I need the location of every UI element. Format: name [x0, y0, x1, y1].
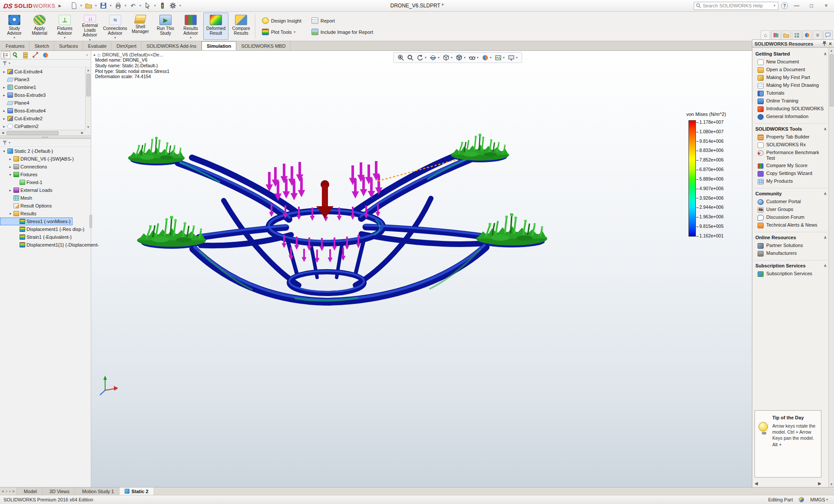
dropdown-icon[interactable]: ▾ [490, 56, 493, 59]
scroll-thumb[interactable] [830, 54, 834, 106]
property-manager-tab[interactable] [11, 51, 20, 59]
command-tab[interactable]: SOLIDWORKS MBD [236, 41, 291, 50]
new-dropdown-icon[interactable]: ▾ [79, 4, 83, 7]
resource-link[interactable]: Copy Settings Wizard [755, 170, 827, 178]
expand-caret-icon[interactable]: ▸ [8, 157, 12, 161]
command-tab[interactable]: Sketch [30, 41, 54, 50]
command-tab[interactable]: SOLIDWORKS Add-Ins [142, 41, 202, 50]
feature-tree-vertical-scrollbar[interactable]: ▲ ▼ [85, 67, 91, 130]
resource-link[interactable]: Compare My Score [755, 162, 827, 170]
tree-item[interactable]: ▸ Combine1 [0, 83, 38, 91]
resource-link[interactable]: General Information [755, 113, 827, 121]
view-orientation-icon[interactable] [441, 53, 450, 62]
help-search-box[interactable]: ▾ [694, 2, 778, 10]
breadcrumb-caret-icon[interactable]: ▸ [94, 53, 96, 57]
filter-funnel-icon[interactable] [2, 61, 7, 66]
forum-icon[interactable] [823, 30, 833, 39]
resource-link[interactable]: Discussion Forum [755, 214, 827, 221]
dropdown-icon[interactable]: ▾ [438, 56, 441, 59]
dropdown-icon[interactable]: ▾ [451, 56, 454, 59]
panel-splitter-handle[interactable] [89, 215, 92, 228]
dropdown-icon[interactable]: ▾ [477, 56, 480, 59]
command-tab[interactable]: Features [1, 41, 30, 50]
graphics-viewport[interactable]: ▸ ⌂ DRONE_V6 (Default)<<De... Model name… [91, 51, 752, 487]
tree-item[interactable]: Displacement1{1} (-Displacement- [0, 241, 101, 249]
collapse-chevron-icon[interactable]: ∧ [824, 191, 827, 196]
resource-link[interactable]: Introducing SOLIDWORKS [755, 105, 827, 113]
design-library-icon[interactable] [771, 30, 781, 39]
resource-link[interactable]: New Document [755, 58, 827, 66]
ribbon-button[interactable]: ≈ Connections Advisor ▾ [103, 13, 128, 40]
expand-caret-icon[interactable]: ▸ [2, 109, 6, 113]
tree-item[interactable]: ▸ CirPattern2 [0, 122, 41, 130]
scroll-thumb[interactable] [86, 74, 90, 96]
section-header[interactable]: Getting Started∧ [755, 49, 827, 58]
expand-caret-icon[interactable]: ▸ [2, 86, 6, 89]
menu-expand-icon[interactable]: ▶ [59, 4, 61, 8]
rebuild-icon[interactable] [158, 1, 167, 10]
resource-link[interactable]: Technical Alerts & News [755, 221, 827, 229]
resource-link[interactable]: Performance Benchmark Test [755, 149, 827, 162]
collapse-chevron-icon[interactable]: ∧ [824, 52, 827, 56]
home-icon[interactable]: ⌂ [97, 52, 100, 58]
tree-item[interactable]: Mesh [0, 194, 34, 202]
collapse-chevron-icon[interactable]: ∧ [824, 127, 827, 131]
scroll-left-icon[interactable]: ◀ [0, 130, 6, 136]
new-document-icon[interactable] [69, 1, 79, 10]
resource-link[interactable]: User Groups [755, 206, 827, 214]
breadcrumb[interactable]: ▸ ⌂ DRONE_V6 (Default)<<De... [94, 52, 163, 58]
expand-caret-icon[interactable]: ▾ [2, 149, 6, 153]
dropdown-icon[interactable]: ▾ [464, 56, 467, 59]
resource-link[interactable]: SOLIDWORKS Rx [755, 141, 827, 149]
edit-appearance-icon[interactable] [480, 53, 490, 62]
task-pane-scrollbar[interactable]: ▲ ▼ [828, 48, 834, 487]
hide-show-items-icon[interactable] [467, 53, 477, 62]
next-tip-icon[interactable]: ▶ [818, 481, 821, 486]
scroll-thumb[interactable] [7, 131, 59, 135]
tree-item[interactable]: Strain1 (-Equivalent-) [0, 233, 74, 241]
command-tab[interactable]: Surfaces [54, 41, 83, 50]
drone-fea-model[interactable] [91, 51, 752, 487]
feature-manager-tab[interactable] [1, 51, 10, 59]
tree-item[interactable]: ▾ Fixtures [0, 171, 40, 178]
search-input[interactable] [703, 3, 771, 8]
view-tab[interactable]: Motion Study 1 [75, 488, 119, 495]
ribbon-button[interactable]: Study Advisor ▾ [2, 13, 27, 40]
expand-caret-icon[interactable]: ▾ [8, 173, 12, 177]
view-tab[interactable]: 3D Views [43, 488, 75, 495]
resource-link[interactable]: Manufacturers [755, 250, 827, 257]
tree-item[interactable]: Result Options [0, 202, 54, 210]
ribbon-button[interactable]: ▶ Run This Study [153, 13, 178, 40]
close-icon[interactable]: × [829, 41, 832, 47]
zoom-fit-icon[interactable] [396, 53, 405, 62]
ribbon-button[interactable]: ⊥ Fixtures Advisor ▾ [52, 13, 77, 40]
resource-link[interactable]: Property Tab Builder [755, 133, 827, 141]
tree-item[interactable]: ▾ Static 2 (-Default-) [0, 147, 55, 155]
command-tab[interactable]: Simulation [202, 41, 236, 50]
expand-caret-icon[interactable]: ▾ [8, 212, 12, 216]
collapse-chevron-icon[interactable]: ∧ [824, 264, 827, 268]
tree-item[interactable]: Fixed-1 [0, 178, 45, 186]
tree-item[interactable]: ▸ DRONE_V6 (-[SW]ABS-) [0, 155, 76, 163]
file-explorer-icon[interactable] [781, 30, 791, 39]
resource-link[interactable]: My Products [755, 178, 827, 185]
ribbon-button[interactable]: ↓↓ External Loads Advisor ▾ [77, 13, 103, 40]
ribbon-button[interactable]: Shell Manager [128, 13, 153, 40]
tree-item[interactable]: ▾ Results [0, 210, 39, 217]
ribbon-small-button[interactable]: Plot Tools ▾ [262, 28, 304, 36]
apply-scene-icon[interactable] [493, 53, 503, 62]
next-tab-icon[interactable]: › [9, 489, 10, 494]
tree-item[interactable]: Plane4 [0, 99, 31, 107]
resource-link[interactable]: Subscription Services [755, 270, 827, 278]
dropdown-icon[interactable]: ▾ [516, 56, 519, 59]
resource-link[interactable]: Customer Portal [755, 198, 827, 206]
tree-item[interactable]: Stress1 (-vonMises-) [0, 217, 73, 225]
section-header[interactable]: Online Resources∧ [755, 232, 827, 242]
select-dropdown-icon[interactable]: ▾ [153, 4, 157, 7]
scroll-right-icon[interactable]: ▶ [79, 130, 85, 136]
units-dropdown-icon[interactable]: ▾ [826, 498, 828, 501]
tree-splitter[interactable]: ••• [0, 135, 91, 139]
last-tab-icon[interactable]: » [12, 489, 15, 494]
expand-caret-icon[interactable]: ▸ [2, 70, 6, 74]
tree-item[interactable]: Plane3 [0, 76, 31, 83]
